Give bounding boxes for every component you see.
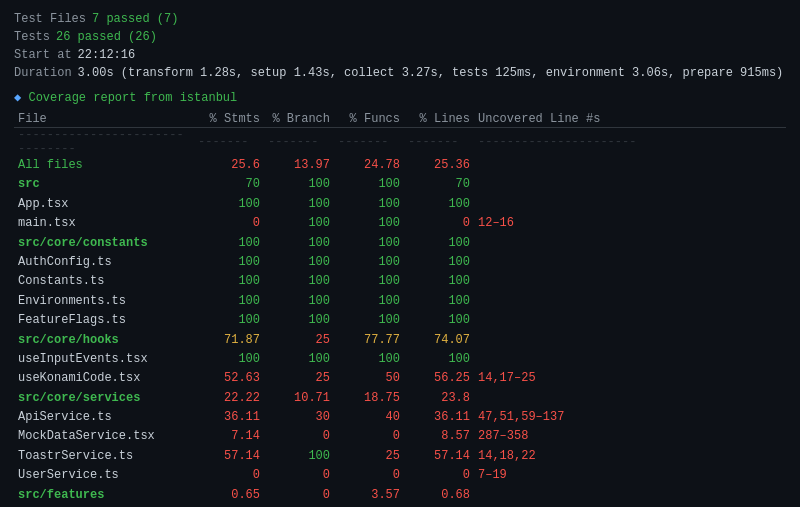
cell-lines: 74.07 [404,331,474,350]
table-row: All files25.613.9724.7825.36 [14,156,786,175]
table-row: FeatureFlags.ts100100100100 [14,311,786,330]
cell-funcs: 100 [334,214,404,233]
cell-file: useKonamiCode.tsx [14,369,194,388]
cell-branch: 100 [264,292,334,311]
cell-uncovered [474,156,786,175]
cell-branch: 100 [264,195,334,214]
cell-lines: 100 [404,350,474,369]
cell-branch: 30 [264,408,334,427]
cell-funcs: 3.57 [334,486,404,505]
table-row: src/core/hooks71.872577.7774.07 [14,331,786,350]
cell-funcs: 25 [334,447,404,466]
tests-row: Tests 26 passed (26) [14,28,786,46]
cell-file: src/core/constants [14,234,194,253]
terminal-window: Test Files 7 passed (7) Tests 26 passed … [14,10,786,507]
cell-lines: 36.11 [404,408,474,427]
cell-branch: 100 [264,234,334,253]
cell-stmts: 57.14 [194,447,264,466]
cell-funcs: 24.78 [334,156,404,175]
test-files-row: Test Files 7 passed (7) [14,10,786,28]
cell-branch: 100 [264,272,334,291]
cell-lines: 25.36 [404,156,474,175]
cell-uncovered [474,331,786,350]
cell-file: main.tsx [14,214,194,233]
cell-lines: 100 [404,272,474,291]
table-row: MockDataService.tsx7.14008.57287–358 [14,427,786,446]
col-header-stmts: % Stmts [194,111,264,128]
cell-file: ApiService.ts [14,408,194,427]
cell-uncovered: 287–358 [474,427,786,446]
cell-funcs: 100 [334,350,404,369]
table-row: src/core/constants100100100100 [14,234,786,253]
cell-uncovered [474,272,786,291]
duration-value: 3.00s (transform 1.28s, setup 1.43s, col… [78,64,784,82]
cell-file: src/core/services [14,389,194,408]
cell-stmts: 7.14 [194,427,264,446]
coverage-title: ◆ Coverage report from istanbul [14,90,786,105]
cell-stmts: 70 [194,175,264,194]
cell-branch: 10.71 [264,389,334,408]
col-header-branch: % Branch [264,111,334,128]
cell-stmts: 25.6 [194,156,264,175]
cell-funcs: 100 [334,195,404,214]
cell-stmts: 100 [194,272,264,291]
table-row: src/features0.6503.570.68 [14,486,786,505]
cell-lines: 56.25 [404,369,474,388]
cell-branch: 100 [264,253,334,272]
cell-stmts: 100 [194,195,264,214]
cell-uncovered [474,253,786,272]
cell-funcs: 100 [334,253,404,272]
cell-uncovered [474,311,786,330]
cell-branch: 25 [264,369,334,388]
cell-uncovered [474,389,786,408]
table-row: useInputEvents.tsx100100100100 [14,350,786,369]
table-row: UserService.ts00007–19 [14,466,786,485]
cell-lines: 70 [404,175,474,194]
cell-uncovered [474,350,786,369]
cell-uncovered: 7–19 [474,466,786,485]
col-header-funcs: % Funcs [334,111,404,128]
cell-uncovered: 12–16 [474,214,786,233]
table-row: useKonamiCode.tsx52.63255056.2514,17–25 [14,369,786,388]
cell-lines: 57.14 [404,447,474,466]
cell-branch: 100 [264,175,334,194]
cell-branch: 100 [264,214,334,233]
table-row: main.tsx0100100012–16 [14,214,786,233]
cell-uncovered: 14,18,22 [474,447,786,466]
cell-stmts: 52.63 [194,369,264,388]
cell-branch: 13.97 [264,156,334,175]
cell-file: Environments.ts [14,292,194,311]
cell-branch: 0 [264,466,334,485]
cell-branch: 100 [264,311,334,330]
cell-stmts: 0 [194,214,264,233]
cell-file: FeatureFlags.ts [14,311,194,330]
cell-file: MockDataService.tsx [14,427,194,446]
cell-lines: 0 [404,466,474,485]
table-row: Constants.ts100100100100 [14,272,786,291]
cell-stmts: 0 [194,466,264,485]
cell-funcs: 50 [334,369,404,388]
cell-lines: 0.68 [404,486,474,505]
table-header-row: File % Stmts % Branch % Funcs % Lines Un… [14,111,786,128]
cell-stmts: 100 [194,292,264,311]
table-row: ToastrService.ts57.141002557.1414,18,22 [14,447,786,466]
cell-uncovered: 47,51,59–137 [474,408,786,427]
header-section: Test Files 7 passed (7) Tests 26 passed … [14,10,786,82]
cell-branch: 100 [264,447,334,466]
col-header-uncovered: Uncovered Line #s [474,111,786,128]
cell-file: UserService.ts [14,466,194,485]
cell-stmts: 0.65 [194,486,264,505]
cell-stmts: 100 [194,311,264,330]
start-value: 22:12:16 [78,46,136,64]
cell-stmts: 71.87 [194,331,264,350]
cell-branch: 0 [264,486,334,505]
test-files-value: 7 passed (7) [92,10,178,28]
tests-value: 26 passed (26) [56,28,157,46]
cell-uncovered [474,195,786,214]
cell-file: useInputEvents.tsx [14,350,194,369]
cell-file: App.tsx [14,195,194,214]
cell-lines: 0 [404,214,474,233]
col-header-file: File [14,111,194,128]
cell-uncovered [474,292,786,311]
cell-uncovered: 14,17–25 [474,369,786,388]
